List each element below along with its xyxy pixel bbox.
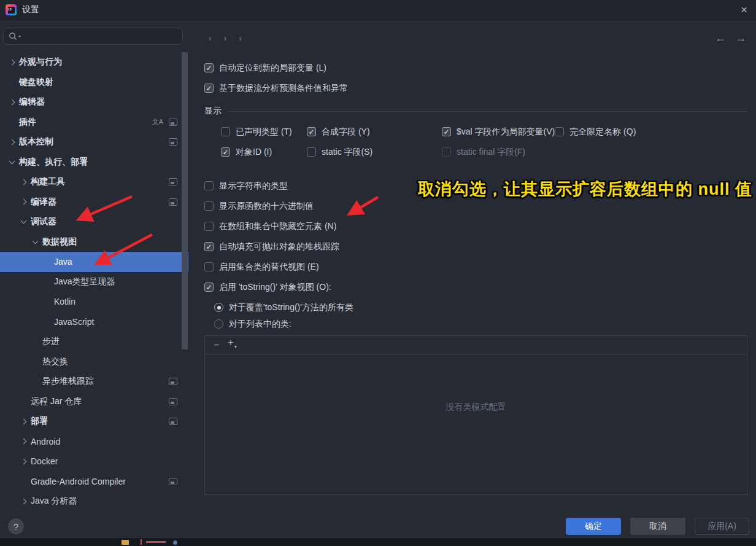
checkbox-row[interactable]: static final 字段(F) (442, 144, 525, 160)
title-bar: IJ 设置 × (0, 0, 756, 20)
content-header: ››› ← → (202, 20, 756, 54)
translate-icon: 文A (152, 117, 163, 127)
checkbox-row[interactable]: ✓ 基于数据流分析预测条件值和异常 (204, 80, 747, 96)
checkbox[interactable]: ✓ (204, 63, 214, 72)
checkbox[interactable] (204, 262, 214, 271)
checkbox-row[interactable]: 显示原函数的十六进制值 (204, 198, 747, 214)
checkbox-row[interactable]: ✓ 对象ID (I) (221, 144, 307, 160)
empty-state-text: 没有类模式配置 (446, 402, 506, 413)
sidebar-item[interactable]: 插件 文A (0, 112, 188, 133)
sidebar-item[interactable]: 步进 (0, 332, 188, 352)
sidebar-item[interactable]: JavaScript (0, 312, 188, 332)
external-settings-icon (169, 138, 177, 146)
chevron-icon (29, 241, 40, 243)
background-window-sliver (0, 537, 756, 546)
checkbox-row[interactable]: ✓ 合成字段 (Y) (307, 123, 442, 140)
checkbox-row[interactable]: 已声明类型 (T) (221, 123, 307, 140)
window-title: 设置 (22, 4, 39, 15)
checkbox[interactable] (204, 181, 214, 190)
checkbox[interactable]: ✓ (204, 84, 214, 93)
external-settings-icon (169, 178, 177, 185)
chevron-icon (18, 439, 29, 443)
cancel-button[interactable]: 取消 (630, 518, 685, 535)
top-checkbox-list: ✓ 自动定位到新的局部变量 (L) ✓ 基于数据流分析预测条件值和异常 (204, 60, 747, 96)
sidebar-item[interactable]: 热交换 (0, 352, 188, 372)
search-input[interactable] (3, 28, 183, 45)
external-settings-icon (169, 398, 177, 405)
chevron-icon (18, 220, 29, 223)
intellij-logo-icon: IJ (6, 4, 17, 15)
settings-nav: 外观与行为 键盘映射 编辑器 插件 文A 版本控制 构建、执行、部署 (0, 52, 188, 512)
sidebar-item[interactable]: 部署 (0, 411, 188, 432)
help-button[interactable]: ? (8, 518, 24, 534)
checkbox[interactable]: ✓ (307, 127, 316, 136)
checkbox-row[interactable]: 完全限定名称 (Q) (555, 123, 636, 140)
add-button[interactable]: +▾ (228, 338, 236, 352)
radio-option[interactable]: 对于列表中的类: (214, 316, 747, 332)
sidebar-item[interactable]: Java类型呈现器 (0, 272, 188, 292)
sidebar-item[interactable]: 调试器 (0, 212, 188, 232)
sidebar-item[interactable]: 异步堆栈跟踪 (0, 372, 188, 392)
sidebar-item[interactable]: Java (0, 252, 188, 272)
checkbox-row[interactable]: ✓ 自动定位到新的局部变量 (L) (204, 60, 747, 76)
sidebar-item[interactable]: Java 分析器 (0, 491, 188, 512)
settings-content: ››› ← → ✓ 自动定位到新的局部变量 (L) ✓ 基于数据流分析预测条件值… (202, 20, 756, 546)
checkbox[interactable] (555, 127, 564, 136)
sidebar-item[interactable]: 构建、执行、部署 (0, 152, 188, 173)
class-pattern-panel[interactable]: − +▾ 没有类模式配置 (204, 335, 747, 495)
checkbox[interactable]: ✓ (204, 242, 214, 251)
chevron-icon (6, 161, 17, 163)
sidebar-item[interactable]: Gradle-Android Compiler (0, 472, 188, 492)
checkbox[interactable] (442, 147, 451, 157)
section-divider (228, 111, 747, 112)
checkbox[interactable] (307, 147, 316, 157)
chevron-icon (6, 60, 17, 64)
close-icon[interactable]: × (741, 2, 747, 17)
chevron-icon (18, 459, 29, 464)
breadcrumb-separator-icon: › (224, 33, 227, 43)
remove-button[interactable]: − (214, 340, 219, 350)
checkbox[interactable]: ✓ (204, 283, 214, 292)
sidebar-item[interactable]: Kotlin (0, 292, 188, 312)
sidebar-item[interactable]: 编辑器 (0, 92, 188, 112)
sidebar-scrollbar[interactable] (182, 52, 188, 349)
checkbox-row[interactable]: 在数组和集合中隐藏空元素 (N) (204, 218, 747, 235)
external-settings-icon (169, 478, 177, 485)
chevron-icon (6, 140, 17, 144)
checkbox-row[interactable]: ✓ $val 字段作为局部变量(V) (442, 123, 555, 140)
external-settings-icon (169, 198, 177, 206)
sidebar-item[interactable]: Android (0, 432, 188, 452)
checkbox[interactable]: ✓ (221, 147, 230, 157)
radio-icon (214, 319, 223, 329)
checkbox-row[interactable]: static 字段(S) (307, 144, 442, 160)
sidebar-item[interactable]: 构建工具 (0, 172, 188, 192)
checkbox[interactable] (204, 201, 214, 211)
chevron-icon (18, 180, 29, 184)
sidebar-item[interactable]: Docker (0, 451, 188, 472)
apply-button[interactable]: 应用(A) (695, 518, 749, 535)
sidebar-item[interactable]: 键盘映射 (0, 72, 188, 93)
checkbox[interactable] (204, 222, 214, 231)
checkbox-row[interactable]: 启用集合类的替代视图 (E) (204, 259, 747, 275)
settings-window: IJ 设置 × 外观与行为 键盘映射 编辑器 (0, 0, 756, 546)
sidebar-item[interactable]: 数据视图 (0, 232, 188, 252)
sidebar-item[interactable]: 外观与行为 (0, 52, 188, 72)
external-settings-icon (169, 378, 177, 385)
breadcrumb-separator-icon: › (239, 33, 242, 43)
checkbox-row[interactable]: ✓ 自动填充可抛出对象的堆栈跟踪 (204, 238, 747, 255)
checkbox-row[interactable]: ✓ 启用 'toString()' 对象视图 (O): (204, 279, 747, 295)
checkbox[interactable]: ✓ (442, 127, 451, 136)
section-title: 显示 (204, 106, 222, 117)
sidebar-item[interactable]: 编译器 (0, 192, 188, 213)
sidebar-item[interactable]: 远程 Jar 仓库 (0, 392, 188, 412)
display-options-grid: 已声明类型 (T) ✓ 合成字段 (Y) ✓ $val 字段作为局部变量(V) … (221, 123, 747, 164)
display-section-header: 显示 (204, 105, 747, 117)
forward-icon[interactable]: → (735, 32, 746, 45)
radio-option[interactable]: 对于覆盖'toString()'方法的所有类 (214, 299, 747, 316)
ok-button[interactable]: 确定 (566, 518, 621, 535)
checkbox[interactable] (221, 127, 230, 136)
back-icon[interactable]: ← (715, 32, 726, 45)
panel-toolbar: − +▾ (205, 336, 747, 354)
chevron-icon (18, 200, 29, 204)
sidebar-item[interactable]: 版本控制 (0, 132, 188, 152)
